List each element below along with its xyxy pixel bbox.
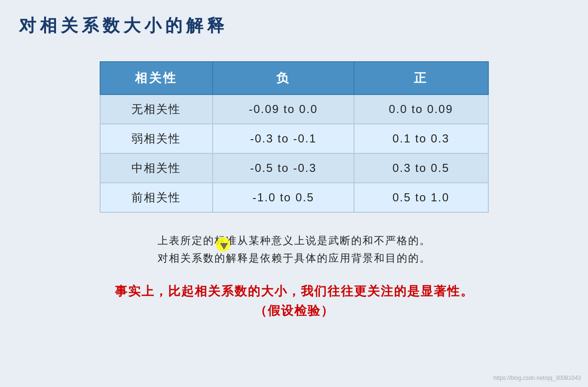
description-block: 上表所定的标准从某种意义上说是武断的和不严格的。 对相关系数的解释是依赖于具体的… xyxy=(19,232,569,267)
row-negative: -0.5 to -0.3 xyxy=(213,153,354,183)
highlight-line2: （假设检验） xyxy=(19,301,569,321)
cursor-arrow xyxy=(220,243,228,250)
row-label: 前相关性 xyxy=(100,183,213,212)
description-line2: 对相关系数的解释是依赖于具体的应用背景和目的的。 xyxy=(19,249,569,267)
highlight-block: 事实上，比起相关系数的大小，我们往往更关注的是显著性。 （假设检验） xyxy=(19,282,569,321)
table-row: 中相关性-0.5 to -0.30.3 to 0.5 xyxy=(100,153,488,183)
row-negative: -0.09 to 0.0 xyxy=(213,94,354,124)
highlight-line1: 事实上，比起相关系数的大小，我们往往更关注的是显著性。 xyxy=(19,282,569,302)
row-negative: -0.3 to -0.1 xyxy=(213,124,354,153)
page-title: 对相关系数大小的解释 xyxy=(19,14,569,42)
row-positive: 0.3 to 0.5 xyxy=(354,153,488,183)
col-header-positive: 正 xyxy=(354,62,488,94)
table-row: 无相关性-0.09 to 0.00.0 to 0.09 xyxy=(100,94,488,124)
row-label: 弱相关性 xyxy=(100,124,213,153)
table-row: 弱相关性-0.3 to -0.10.1 to 0.3 xyxy=(100,124,488,153)
cursor xyxy=(216,237,230,252)
description-line1: 上表所定的标准从某种意义上说是武断的和不严格的。 xyxy=(19,232,569,249)
row-label: 无相关性 xyxy=(100,94,213,124)
row-positive: 0.0 to 0.09 xyxy=(354,94,488,124)
row-label: 中相关性 xyxy=(100,153,213,183)
col-header-negative: 负 xyxy=(213,62,354,94)
row-negative: -1.0 to 0.5 xyxy=(213,183,354,212)
row-positive: 0.1 to 0.3 xyxy=(354,124,488,153)
watermark: https://blog.csdn.net/qq_30081043 xyxy=(494,375,581,381)
col-header-correlation: 相关性 xyxy=(100,62,213,94)
row-positive: 0.5 to 1.0 xyxy=(354,183,488,212)
correlation-table: 相关性 负 正 无相关性-0.09 to 0.00.0 to 0.09弱相关性-… xyxy=(100,61,489,213)
table-row: 前相关性-1.0 to 0.50.5 to 1.0 xyxy=(100,183,488,212)
correlation-table-container: 相关性 负 正 无相关性-0.09 to 0.00.0 to 0.09弱相关性-… xyxy=(19,61,569,213)
table-header-row: 相关性 负 正 xyxy=(100,62,488,94)
